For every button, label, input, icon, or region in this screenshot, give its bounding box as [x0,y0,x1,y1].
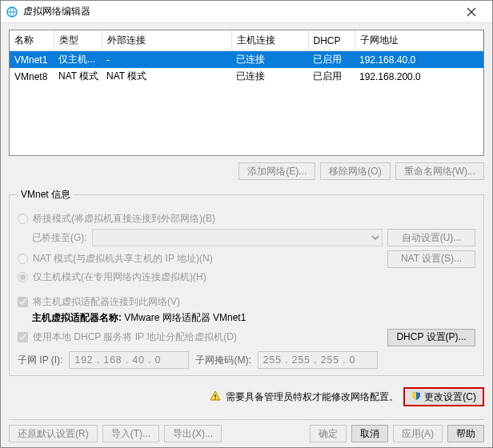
cancel-button[interactable]: 取消 [351,425,388,442]
radio-nat-input[interactable] [18,254,28,264]
restore-defaults-button[interactable]: 还原默认设置(R) [9,425,98,442]
svg-rect-1 [215,394,216,398]
check-connect-host[interactable]: 将主机虚拟适配器连接到此网络(V) [18,295,475,309]
app-icon [6,6,18,18]
separator [9,419,484,420]
check-use-dhcp[interactable]: 使用本地 DHCP 服务将 IP 地址分配给虚拟机(D) [18,330,237,344]
change-settings-button[interactable]: 更改设置(C) [403,387,484,406]
footer-buttons: 还原默认设置(R) 导入(T)... 导出(X)... 确定 取消 应用(A) … [9,425,484,442]
check-connect-host-input[interactable] [18,297,28,307]
table-row[interactable]: VMnet1 仅主机... - 已连接 已启用 192.168.40.0 [10,51,483,69]
col-host[interactable]: 主机连接 [231,30,308,51]
cell-dhcp: 已启用 [308,68,355,85]
host-adapter-line: 主机虚拟适配器名称: VMware 网络适配器 VMnet1 [32,311,475,325]
rename-network-button[interactable]: 重命名网络(W)... [395,162,484,180]
admin-warning-row: 需要具备管理员特权才能修改网络配置。 更改设置(C) [9,387,484,406]
col-subnet[interactable]: 子网地址 [355,30,483,51]
cell-ext: - [102,51,231,69]
cell-type: 仅主机... [54,51,102,69]
cell-name: VMnet1 [10,51,54,69]
subnet-ip-input[interactable] [69,351,189,369]
warning-icon [210,390,221,404]
cell-subnet: 192.168.40.0 [355,51,483,69]
bridged-to-label: 已桥接至(G): [32,231,87,245]
vmnet-info-legend: VMnet 信息 [18,188,74,202]
change-settings-label: 更改设置(C) [424,390,476,404]
dialog-body: 名称 类型 外部连接 主机连接 DHCP 子网地址 VMnet1 仅主机... … [1,23,492,447]
svg-rect-2 [215,398,216,399]
cell-host: 已连接 [231,68,308,85]
apply-button[interactable]: 应用(A) [393,425,443,442]
radio-bridged-input[interactable] [18,214,28,224]
radio-bridged[interactable]: 桥接模式(将虚拟机直接连接到外部网络)(B) [18,212,475,226]
cell-ext: NAT 模式 [102,68,231,85]
close-button[interactable] [455,1,487,22]
host-adapter-value: VMware 网络适配器 VMnet1 [124,312,246,323]
window-title: 虚拟网络编辑器 [23,5,455,18]
ok-button[interactable]: 确定 [310,425,347,442]
table-row[interactable]: VMnet8 NAT 模式 NAT 模式 已连接 已启用 192.168.200… [10,68,483,85]
subnet-mask-label: 子网掩码(M): [195,354,251,367]
network-actions: 添加网络(E)... 移除网络(O) 重命名网络(W)... [9,162,484,180]
auto-settings-button[interactable]: 自动设置(U)... [387,229,475,246]
subnet-row: 子网 IP (I): 子网掩码(M): [18,351,475,369]
remove-network-button[interactable]: 移除网络(O) [320,162,390,180]
col-name[interactable]: 名称 [10,30,54,51]
help-button[interactable]: 帮助 [447,425,484,442]
host-adapter-label: 主机虚拟适配器名称: [32,312,124,323]
col-ext[interactable]: 外部连接 [102,30,231,51]
col-dhcp[interactable]: DHCP [308,30,355,51]
cell-host: 已连接 [231,51,308,69]
radio-hostonly-input[interactable] [18,272,28,282]
check-use-dhcp-label: 使用本地 DHCP 服务将 IP 地址分配给虚拟机(D) [33,330,237,344]
shield-icon [411,391,421,403]
bridged-to-row: 已桥接至(G): 自动设置(U)... [32,229,475,246]
vnet-editor-window: 虚拟网络编辑器 名称 类型 外部连接 主机连接 DHCP 子网地址 VMnet1 [0,0,493,448]
admin-warning-text: 需要具备管理员特权才能修改网络配置。 [226,390,399,404]
cell-name: VMnet8 [10,68,54,85]
check-connect-host-label: 将主机虚拟适配器连接到此网络(V) [33,295,180,309]
col-type[interactable]: 类型 [54,30,102,51]
add-network-button[interactable]: 添加网络(E)... [238,162,315,180]
cell-dhcp: 已启用 [308,51,355,69]
vmnet-info-group: VMnet 信息 桥接模式(将虚拟机直接连接到外部网络)(B) 已桥接至(G):… [9,188,484,376]
radio-nat[interactable]: NAT 模式(与虚拟机共享主机的 IP 地址)(N) [18,252,213,266]
subnet-ip-label: 子网 IP (I): [18,354,62,367]
titlebar: 虚拟网络编辑器 [1,1,492,23]
radio-hostonly-label: 仅主机模式(在专用网络内连接虚拟机)(H) [33,270,206,284]
table-header-row: 名称 类型 外部连接 主机连接 DHCP 子网地址 [10,30,483,51]
radio-hostonly[interactable]: 仅主机模式(在专用网络内连接虚拟机)(H) [18,270,475,284]
nat-settings-button[interactable]: NAT 设置(S)... [387,250,475,268]
import-button[interactable]: 导入(T)... [102,425,159,442]
subnet-mask-input[interactable] [258,351,378,369]
network-table[interactable]: 名称 类型 外部连接 主机连接 DHCP 子网地址 VMnet1 仅主机... … [9,30,484,156]
cell-type: NAT 模式 [54,68,102,85]
bridged-to-select[interactable] [92,229,383,246]
cell-subnet: 192.168.200.0 [355,68,483,85]
radio-bridged-label: 桥接模式(将虚拟机直接连接到外部网络)(B) [33,212,215,226]
export-button[interactable]: 导出(X)... [164,425,222,442]
radio-nat-label: NAT 模式(与虚拟机共享主机的 IP 地址)(N) [33,252,213,266]
check-use-dhcp-input[interactable] [18,332,28,342]
dhcp-settings-button[interactable]: DHCP 设置(P)... [387,329,475,346]
